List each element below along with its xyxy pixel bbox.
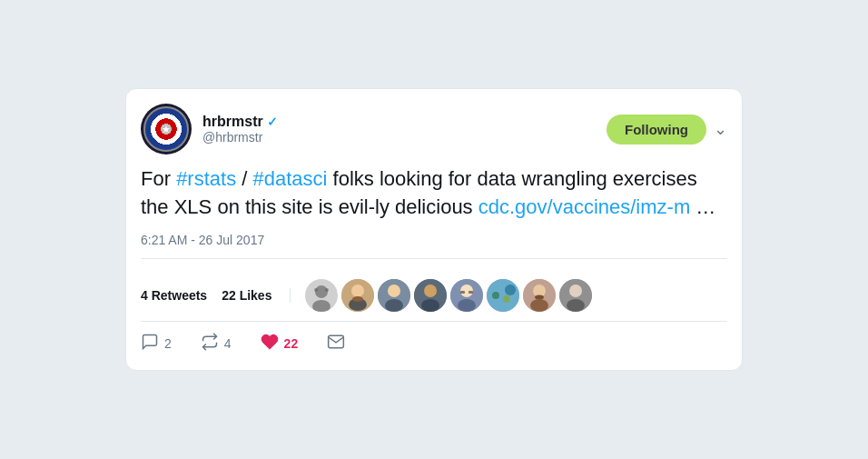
tweet-card: ★ hrbrmstr ✓ @hrbrmstr Following ⌄ For #… — [125, 88, 743, 371]
shield-avatar: ★ — [143, 106, 189, 152]
reply-icon — [141, 333, 159, 355]
tweet-header-left: ★ hrbrmstr ✓ @hrbrmstr — [141, 104, 278, 155]
tweet-stats: 4 Retweets 22 Likes — [141, 270, 727, 322]
liker-avatar-icon-8 — [559, 279, 592, 312]
retweet-icon — [201, 333, 219, 355]
username: @hrbrmstr — [202, 130, 278, 145]
like-count: 22 — [284, 336, 299, 351]
avatar[interactable]: ★ — [141, 104, 192, 155]
display-name: hrbrmstr ✓ — [202, 114, 278, 130]
liker-avatar-icon-3 — [378, 279, 410, 312]
liker-avatar-2 — [341, 279, 374, 312]
svg-point-22 — [505, 284, 516, 295]
following-button[interactable]: Following — [607, 115, 706, 145]
tweet-hashtag2[interactable]: #datasci — [253, 167, 328, 190]
svg-point-6 — [351, 284, 364, 297]
likers-avatar-row — [291, 279, 592, 312]
tweet-ellipsis: … — [690, 195, 715, 218]
svg-point-14 — [421, 299, 439, 312]
reply-count: 2 — [164, 336, 172, 351]
retweet-count-stat: 4 Retweets — [141, 288, 207, 303]
svg-rect-18 — [469, 291, 473, 294]
liker-avatar-1 — [305, 279, 338, 312]
svg-point-30 — [567, 299, 585, 312]
liker-avatar-5 — [450, 279, 483, 312]
stats-counts: 4 Retweets 22 Likes — [141, 288, 291, 303]
svg-point-23 — [503, 295, 510, 303]
likes-label: Likes — [240, 288, 272, 303]
likes-count-number: 22 — [222, 288, 236, 303]
liker-avatar-7 — [523, 279, 556, 312]
liker-avatar-6 — [487, 279, 519, 312]
svg-point-10 — [388, 284, 400, 297]
svg-point-21 — [492, 292, 499, 299]
svg-point-29 — [569, 284, 582, 297]
display-name-text: hrbrmstr — [202, 114, 263, 130]
liker-avatar-icon-7 — [523, 279, 556, 312]
tweet-header: ★ hrbrmstr ✓ @hrbrmstr Following ⌄ — [141, 104, 727, 155]
liker-avatar-icon-1 — [305, 279, 338, 312]
svg-point-11 — [385, 299, 403, 312]
svg-point-27 — [535, 294, 544, 299]
tweet-body: For #rstats / #datasci folks looking for… — [141, 165, 727, 222]
verified-icon: ✓ — [267, 115, 278, 129]
retweet-label: Retweets — [152, 288, 207, 303]
tweet-hashtag1[interactable]: #rstats — [176, 167, 236, 190]
svg-point-8 — [352, 296, 363, 302]
tweet-actions: 2 4 22 — [141, 322, 727, 355]
tweet-slash: / — [236, 167, 252, 190]
chevron-down-icon[interactable]: ⌄ — [714, 119, 727, 139]
retweet-count-number: 4 — [141, 288, 148, 303]
tweet-timestamp: 6:21 AM - 26 Jul 2017 — [141, 233, 727, 259]
liker-avatar-icon-2 — [341, 279, 374, 312]
retweet-button[interactable]: 4 — [201, 333, 232, 355]
svg-rect-17 — [460, 291, 465, 294]
heart-icon — [261, 333, 279, 355]
tweet-link[interactable]: cdc.gov/vaccines/imz-m — [478, 195, 691, 218]
liker-avatar-icon-4 — [414, 279, 447, 312]
retweet-count: 4 — [224, 336, 232, 351]
svg-point-4 — [325, 288, 329, 292]
liker-avatar-icon-6 — [487, 279, 519, 312]
svg-point-20 — [487, 279, 519, 312]
liker-avatar-icon-5 — [450, 279, 483, 312]
tweet-header-right: Following ⌄ — [607, 115, 727, 145]
liker-avatar-4 — [414, 279, 447, 312]
liker-avatar-8 — [559, 279, 592, 312]
user-info: hrbrmstr ✓ @hrbrmstr — [202, 114, 278, 145]
shield-star: ★ — [162, 125, 171, 135]
svg-point-13 — [424, 284, 437, 297]
reply-button[interactable]: 2 — [141, 333, 172, 355]
likes-count-stat: 22 Likes — [222, 288, 271, 303]
svg-point-19 — [458, 299, 476, 312]
svg-point-1 — [315, 285, 328, 298]
like-button[interactable]: 22 — [261, 333, 299, 355]
envelope-icon — [327, 333, 345, 355]
dm-button[interactable] — [327, 333, 345, 355]
svg-point-26 — [530, 299, 548, 312]
liker-avatar-3 — [378, 279, 410, 312]
tweet-text-prefix: For — [141, 167, 176, 190]
svg-point-3 — [314, 288, 318, 292]
